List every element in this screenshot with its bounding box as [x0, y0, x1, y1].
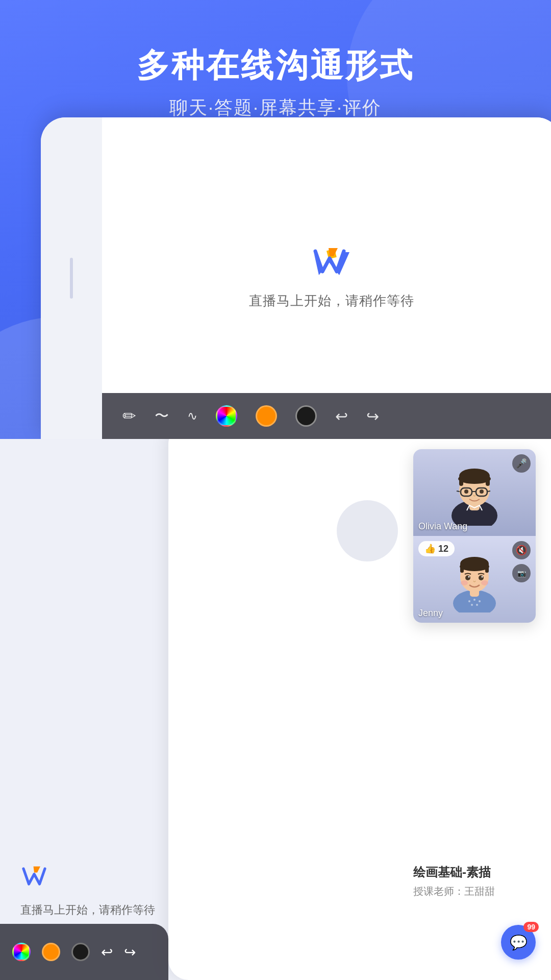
bottom-redo-button[interactable]: ↪ [124, 944, 136, 961]
course-teacher: 授课老师：王甜甜 [413, 885, 536, 898]
tablet-toolbar: ✏ 〜 ∿ ↩ ↪ [102, 393, 551, 439]
mic-on-badge: 🎤 [512, 454, 531, 473]
course-info: 绘画基础-素描 授课老师：王甜甜 [413, 864, 536, 898]
svg-marker-4 [34, 866, 41, 872]
tablet-inner: 直播马上开始，请稍作等待 [102, 117, 551, 439]
like-badge: 👍 12 [418, 541, 455, 556]
teacher-label: 授课老师： [413, 886, 464, 897]
teacher-avatar [441, 459, 508, 526]
undo-button[interactable]: ↩ [335, 407, 348, 425]
svg-point-20 [468, 600, 470, 602]
bottom-section: 直播马上开始，请稍作等待 ↩ ↪ [0, 439, 551, 980]
student-video-panel: 👍 12 🔇 📷 Jenny [413, 536, 536, 623]
bottom-left-content: 直播马上开始，请稍作等待 [20, 470, 184, 919]
chat-icon: 💬 [510, 934, 528, 951]
svg-point-21 [473, 599, 475, 601]
bottom-color-orange[interactable] [42, 943, 60, 961]
decorative-circle [337, 500, 398, 561]
svg-line-15 [457, 491, 460, 492]
chat-button[interactable]: 💬 99 [501, 925, 536, 960]
redo-button[interactable]: ↪ [366, 407, 379, 425]
bottom-logo [20, 866, 184, 891]
bottom-color-black[interactable] [71, 943, 90, 961]
waiting-text: 直播马上开始，请稍作等待 [249, 292, 414, 310]
header-text: 多种在线沟通形式 聊天·答题·屏幕共享·评价 [0, 0, 551, 120]
brush-tool-2[interactable]: 〜 [155, 406, 169, 426]
svg-point-17 [464, 489, 468, 494]
app-logo [311, 247, 352, 280]
student-avatar [441, 546, 508, 612]
sidebar-handle [70, 258, 73, 299]
header-subtitle: 聊天·答题·屏幕共享·评价 [0, 95, 551, 120]
color-picker-black[interactable] [295, 405, 317, 427]
svg-point-22 [479, 600, 481, 602]
header-title: 多种在线沟通形式 [0, 46, 551, 85]
brush-tool-3[interactable]: ∿ [187, 409, 197, 423]
student-name: Jenny [418, 608, 443, 619]
svg-marker-3 [329, 248, 338, 256]
cam-off-badge: 📷 [512, 564, 531, 582]
svg-point-23 [471, 604, 473, 606]
video-panels: 🎤 Olivia Wang [413, 449, 536, 623]
svg-point-36 [481, 580, 488, 585]
svg-point-34 [482, 576, 483, 578]
mic-mute-badge: 🔇 [512, 541, 531, 559]
tablet-sidebar [41, 117, 102, 439]
color-picker-orange[interactable] [256, 405, 277, 427]
teacher-name: Olivia Wang [418, 521, 467, 532]
teacher-video-panel: 🎤 Olivia Wang [413, 449, 536, 536]
brush-tool-1[interactable]: ✏ [122, 406, 136, 426]
bottom-waiting-text: 直播马上开始，请稍作等待 [20, 901, 184, 919]
svg-point-35 [461, 580, 468, 585]
like-icon: 👍 [424, 543, 436, 554]
like-count: 12 [438, 544, 448, 554]
svg-point-32 [479, 575, 484, 580]
svg-point-33 [468, 576, 470, 578]
svg-point-31 [465, 575, 470, 580]
svg-rect-10 [459, 476, 463, 486]
bottom-undo-button[interactable]: ↩ [101, 944, 113, 961]
teacher-name-text: 王甜甜 [464, 886, 495, 897]
svg-rect-30 [485, 564, 489, 573]
color-picker-rainbow[interactable] [216, 405, 237, 427]
svg-point-24 [476, 604, 478, 606]
top-section: 多种在线沟通形式 聊天·答题·屏幕共享·评价 直播马上开始，请稍作等待 [0, 0, 551, 439]
svg-point-18 [480, 489, 484, 494]
svg-rect-29 [460, 564, 464, 573]
svg-rect-11 [486, 476, 490, 486]
svg-line-16 [487, 491, 490, 492]
bottom-toolbar: ↩ ↪ [0, 924, 168, 980]
chat-badge: 99 [523, 922, 539, 932]
tablet-mockup: 直播马上开始，请稍作等待 ✏ 〜 ∿ ↩ ↪ [41, 117, 551, 439]
svg-point-28 [460, 562, 489, 571]
course-title: 绘画基础-素描 [413, 864, 536, 880]
bottom-color-rainbow[interactable] [12, 943, 31, 961]
